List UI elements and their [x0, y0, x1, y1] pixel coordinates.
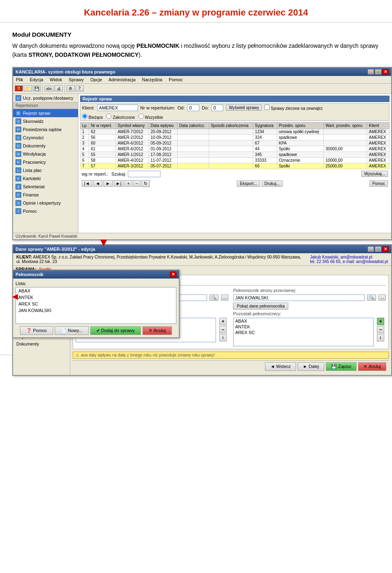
sidebar-item-kartoteki[interactable]: K Kartoteki — [13, 174, 78, 183]
peln-anuluj-btn[interactable]: ✕ Anuluj — [143, 326, 172, 335]
search-input[interactable] — [128, 171, 160, 177]
sidebar-item-czynnosci[interactable]: C Czynności — [13, 134, 78, 142]
list-item[interactable]: AREX SC — [234, 330, 373, 335]
toolbar-btn-6[interactable]: ⚙ — [67, 85, 75, 91]
pozostale-info-btn[interactable]: i — [219, 334, 227, 341]
pozostali-info-btn[interactable]: i — [377, 334, 384, 341]
biezace-radio[interactable] — [82, 114, 87, 119]
toolbar-btn-3[interactable]: 💾 — [33, 85, 41, 91]
menu-plik[interactable]: Plik — [15, 77, 24, 82]
table-row[interactable]: 757AMER-3/201205-07-201266Spółki25000,00… — [80, 163, 390, 169]
list-item[interactable]: ABAX — [234, 318, 373, 324]
peln-list-item[interactable]: ABAX — [16, 288, 176, 294]
dane-min-btn[interactable]: _ — [368, 246, 374, 252]
peln-close-btn[interactable]: ✕ — [170, 272, 176, 277]
pozostale-add-btn[interactable]: + — [219, 318, 227, 325]
od-input[interactable] — [187, 105, 199, 111]
table-row[interactable]: 658AMER-4/201211-07-201233333Oznaczenie1… — [80, 157, 390, 163]
show-sprawy-btn[interactable]: Wyświetl sprawy — [226, 105, 262, 111]
peln-more-btn[interactable]: ... — [379, 294, 386, 301]
pozostali-listbox[interactable]: ABAXANTEKAREX SC — [233, 318, 374, 346]
zlecone-checkbox[interactable] — [264, 105, 270, 110]
dane-max-btn[interactable]: □ — [375, 246, 381, 252]
peln-nowy-btn[interactable]: 📄 Nowy... — [55, 326, 89, 335]
toolbar-btn-5[interactable]: 🖨 — [55, 85, 63, 91]
table-cell: AMEREX — [367, 146, 390, 152]
maximize-btn[interactable]: □ — [375, 69, 381, 75]
nav-add[interactable]: + — [125, 180, 132, 187]
toolbar-btn-2[interactable]: 📁 — [24, 85, 32, 91]
pozostale-remove-btn[interactable]: − — [219, 326, 227, 333]
nav-refresh[interactable]: ↻ — [141, 180, 150, 187]
dalej-btn[interactable]: ► Dalej — [298, 362, 324, 371]
table-row[interactable]: 360AMER-6/201205-09-201267KPAAMEREX — [80, 140, 390, 146]
menu-opcje[interactable]: Opcje — [89, 77, 103, 82]
nav-remove[interactable]: − — [133, 180, 140, 187]
pozostali-remove-btn[interactable]: − — [377, 326, 384, 333]
pozostali-add-btn[interactable]: + — [377, 318, 384, 325]
wyszukaj-btn[interactable]: Wyszukaj... — [361, 171, 388, 177]
peln-dodaj-btn[interactable]: ✔ Dodaj do sprawy — [90, 326, 141, 335]
sidebar-item-finanse[interactable]: F Finanse — [13, 191, 78, 199]
table-row[interactable]: 461AMER-6/201201-09-201244Spółki30000,00… — [80, 146, 390, 152]
drukuj-btn[interactable]: Drukuj... — [262, 181, 283, 187]
minimize-btn[interactable]: _ — [368, 69, 374, 75]
peln-list-item[interactable]: AREX SC — [16, 301, 176, 307]
zapisz-btn[interactable]: 💾 Zapisz — [326, 362, 356, 371]
nav-next[interactable]: ► — [103, 180, 113, 187]
sidebar-item-pomoc[interactable]: ? Pomoc — [13, 207, 78, 215]
kartoteki-icon: K — [16, 176, 21, 181]
sidebar-item-sekretariat[interactable]: S Sekretariat — [13, 183, 78, 191]
sidebar-pomoc-icon: ? — [16, 208, 21, 214]
table-row[interactable]: 555AMER-1/201217-08-2012345spadkoweAMERE… — [80, 152, 390, 157]
sidebar-item-ucz[interactable]: U Ucz. postępow./dostawcy — [13, 94, 78, 102]
toolbar-btn-7[interactable]: ? — [76, 85, 84, 91]
pokaz-peln-btn[interactable]: Pokaż dane pełnomocnika — [233, 303, 288, 310]
sidebar-item-opinie[interactable]: O Opinie i ekspertyzy — [13, 199, 78, 207]
table-row[interactable]: 256AMER-2/201210-09-2012324spadkoweAMERE… — [80, 134, 390, 140]
nav-prev[interactable]: ◄ — [93, 180, 102, 187]
col-data-wplywu: Data wpływu — [149, 122, 177, 129]
wszystkie-radio[interactable] — [138, 114, 144, 119]
eksport-btn[interactable]: Eksport... — [237, 181, 260, 187]
sidebar-item-skorowidz[interactable]: S Skorowidz — [13, 117, 78, 125]
nav-first[interactable]: |◄ — [82, 180, 92, 187]
klient-input[interactable] — [97, 105, 138, 111]
strona-search-btn[interactable]: 🔍 — [209, 294, 218, 301]
menu-sprawy[interactable]: Sprawy — [67, 77, 85, 82]
strona-more-btn[interactable]: ... — [221, 294, 228, 301]
list-item[interactable]: ANTEK — [234, 324, 373, 330]
peln-search-btn[interactable]: 🔍 — [367, 294, 376, 301]
toolbar-btn-4[interactable]: abc — [45, 86, 54, 91]
sidebar-item-pracownicy[interactable]: P Pracownicy — [13, 158, 78, 166]
toolbar-btn-1[interactable]: !! — [15, 85, 23, 91]
menu-widok[interactable]: Widok — [49, 77, 64, 82]
sidebar-item-dokumenty[interactable]: D Dokumenty — [13, 142, 78, 150]
menu-pomoc[interactable]: Pomoc — [167, 77, 184, 82]
menu-edycja[interactable]: Edycja — [29, 77, 45, 82]
peln-list-item[interactable]: ANTEK — [16, 294, 176, 301]
peln-list-item[interactable]: JAN KOWALSKI — [16, 307, 176, 314]
close-btn[interactable]: ✕ — [382, 69, 389, 75]
do-input[interactable] — [211, 105, 223, 111]
sidebar-item-posiedzenia[interactable]: P Posiedzenia sądów — [13, 125, 78, 134]
sidebar-item-lista-plac[interactable]: L Lista płac — [13, 166, 78, 174]
sidebar-item-windykacja[interactable]: W Windykacja — [13, 150, 78, 158]
sidebar-item-rejestr[interactable]: R Rejestr spraw — [13, 109, 78, 117]
od-label: Od: — [178, 105, 185, 110]
table-cell: 05-09-2012 — [149, 140, 177, 146]
menu-administracja[interactable]: Administracja — [107, 77, 137, 82]
wstecz-btn[interactable]: ◄ Wstecz — [265, 362, 296, 371]
dane-close-btn[interactable]: ✕ — [382, 246, 389, 252]
anuluj-btn[interactable]: ✕ Anuluj — [358, 362, 386, 371]
zakonczone-radio[interactable] — [106, 114, 111, 119]
sidebar-label-opinie: Opinie i ekspertyzy — [23, 201, 61, 205]
peln-input[interactable] — [233, 294, 365, 301]
nav-last[interactable]: ►| — [114, 180, 124, 187]
dane-sidebar-item-dokumenty[interactable]: Dokumenty — [14, 340, 69, 348]
menu-narzedzia[interactable]: Narzędzia — [141, 77, 164, 82]
table-row[interactable]: 162AMER-7/201220-09-20121234umowa spółki… — [80, 129, 390, 134]
pomoc-main-btn[interactable]: Pomoc — [370, 181, 388, 187]
table-cell: AMER-6/2012 — [116, 146, 149, 152]
peln-pomoc-btn[interactable]: ❓ Pomoc — [20, 326, 53, 335]
